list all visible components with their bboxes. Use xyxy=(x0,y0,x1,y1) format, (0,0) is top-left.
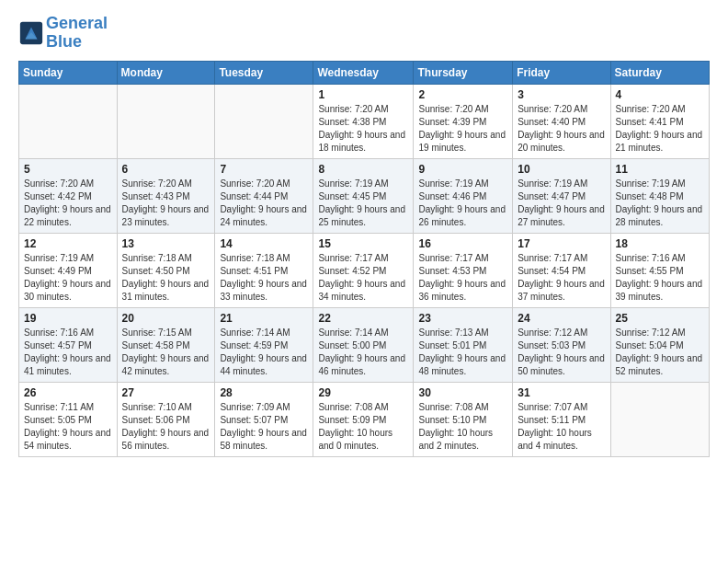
day-number: 5 xyxy=(24,163,112,176)
day-cell: 17Sunrise: 7:17 AM Sunset: 4:54 PM Dayli… xyxy=(513,233,610,307)
day-cell: 26Sunrise: 7:11 AM Sunset: 5:05 PM Dayli… xyxy=(19,382,118,456)
day-number: 31 xyxy=(518,386,605,399)
day-cell: 4Sunrise: 7:20 AM Sunset: 4:41 PM Daylig… xyxy=(610,84,709,158)
day-number: 2 xyxy=(418,88,507,101)
weekday-header-wednesday: Wednesday xyxy=(313,61,414,84)
week-row-4: 19Sunrise: 7:16 AM Sunset: 4:57 PM Dayli… xyxy=(19,307,710,382)
day-number: 25 xyxy=(616,312,704,325)
week-row-3: 12Sunrise: 7:19 AM Sunset: 4:49 PM Dayli… xyxy=(19,233,710,307)
day-info: Sunrise: 7:10 AM Sunset: 5:06 PM Dayligh… xyxy=(122,401,210,453)
day-info: Sunrise: 7:19 AM Sunset: 4:49 PM Dayligh… xyxy=(24,252,112,304)
week-row-1: 1Sunrise: 7:20 AM Sunset: 4:38 PM Daylig… xyxy=(19,84,710,158)
day-info: Sunrise: 7:07 AM Sunset: 5:11 PM Dayligh… xyxy=(518,401,605,453)
week-row-5: 26Sunrise: 7:11 AM Sunset: 5:05 PM Dayli… xyxy=(19,382,710,456)
day-cell: 31Sunrise: 7:07 AM Sunset: 5:11 PM Dayli… xyxy=(513,382,610,456)
day-cell: 2Sunrise: 7:20 AM Sunset: 4:39 PM Daylig… xyxy=(414,84,513,158)
day-cell: 23Sunrise: 7:13 AM Sunset: 5:01 PM Dayli… xyxy=(414,307,513,382)
day-cell: 27Sunrise: 7:10 AM Sunset: 5:06 PM Dayli… xyxy=(117,382,215,456)
day-info: Sunrise: 7:16 AM Sunset: 4:55 PM Dayligh… xyxy=(616,252,704,304)
day-cell xyxy=(610,382,709,456)
day-info: Sunrise: 7:13 AM Sunset: 5:01 PM Dayligh… xyxy=(418,327,507,378)
day-cell: 24Sunrise: 7:12 AM Sunset: 5:03 PM Dayli… xyxy=(513,307,610,382)
day-cell: 9Sunrise: 7:19 AM Sunset: 4:46 PM Daylig… xyxy=(414,158,513,233)
weekday-header-friday: Friday xyxy=(513,61,610,84)
weekday-header-thursday: Thursday xyxy=(414,61,513,84)
day-info: Sunrise: 7:20 AM Sunset: 4:44 PM Dayligh… xyxy=(220,178,308,229)
day-number: 21 xyxy=(220,312,308,325)
day-number: 7 xyxy=(220,163,308,176)
day-info: Sunrise: 7:18 AM Sunset: 4:50 PM Dayligh… xyxy=(122,252,210,304)
day-cell: 29Sunrise: 7:08 AM Sunset: 5:09 PM Dayli… xyxy=(313,382,414,456)
day-info: Sunrise: 7:19 AM Sunset: 4:48 PM Dayligh… xyxy=(616,178,704,229)
day-number: 27 xyxy=(122,386,210,399)
day-cell xyxy=(117,84,215,158)
day-cell: 6Sunrise: 7:20 AM Sunset: 4:43 PM Daylig… xyxy=(117,158,215,233)
day-cell: 12Sunrise: 7:19 AM Sunset: 4:49 PM Dayli… xyxy=(19,233,118,307)
day-cell: 15Sunrise: 7:17 AM Sunset: 4:52 PM Dayli… xyxy=(313,233,414,307)
day-number: 26 xyxy=(24,386,112,399)
day-cell: 20Sunrise: 7:15 AM Sunset: 4:58 PM Dayli… xyxy=(117,307,215,382)
day-info: Sunrise: 7:20 AM Sunset: 4:42 PM Dayligh… xyxy=(24,178,112,229)
day-info: Sunrise: 7:14 AM Sunset: 4:59 PM Dayligh… xyxy=(220,327,308,378)
day-cell: 5Sunrise: 7:20 AM Sunset: 4:42 PM Daylig… xyxy=(19,158,118,233)
day-number: 10 xyxy=(518,163,605,176)
day-number: 3 xyxy=(518,88,605,101)
day-number: 6 xyxy=(122,163,210,176)
day-cell: 3Sunrise: 7:20 AM Sunset: 4:40 PM Daylig… xyxy=(513,84,610,158)
weekday-header-row: SundayMondayTuesdayWednesdayThursdayFrid… xyxy=(19,61,710,84)
day-cell: 13Sunrise: 7:18 AM Sunset: 4:50 PM Dayli… xyxy=(117,233,215,307)
day-cell: 25Sunrise: 7:12 AM Sunset: 5:04 PM Dayli… xyxy=(610,307,709,382)
day-cell xyxy=(215,84,313,158)
day-cell: 18Sunrise: 7:16 AM Sunset: 4:55 PM Dayli… xyxy=(610,233,709,307)
day-cell xyxy=(19,84,118,158)
day-cell: 19Sunrise: 7:16 AM Sunset: 4:57 PM Dayli… xyxy=(19,307,118,382)
day-info: Sunrise: 7:19 AM Sunset: 4:47 PM Dayligh… xyxy=(518,178,605,229)
logo-blue: Blue xyxy=(46,32,82,51)
day-info: Sunrise: 7:15 AM Sunset: 4:58 PM Dayligh… xyxy=(122,327,210,378)
day-info: Sunrise: 7:08 AM Sunset: 5:10 PM Dayligh… xyxy=(418,401,507,453)
day-cell: 8Sunrise: 7:19 AM Sunset: 4:45 PM Daylig… xyxy=(313,158,414,233)
day-info: Sunrise: 7:20 AM Sunset: 4:43 PM Dayligh… xyxy=(122,178,210,229)
day-info: Sunrise: 7:11 AM Sunset: 5:05 PM Dayligh… xyxy=(24,401,112,453)
day-number: 8 xyxy=(318,163,408,176)
day-number: 11 xyxy=(616,163,704,176)
day-number: 19 xyxy=(24,312,112,325)
page: General Blue SundayMondayTuesdayWednesda… xyxy=(0,0,728,563)
logo-text: General Blue xyxy=(46,15,108,52)
day-cell: 1Sunrise: 7:20 AM Sunset: 4:38 PM Daylig… xyxy=(313,84,414,158)
day-info: Sunrise: 7:09 AM Sunset: 5:07 PM Dayligh… xyxy=(220,401,308,453)
day-number: 15 xyxy=(318,237,408,250)
day-info: Sunrise: 7:14 AM Sunset: 5:00 PM Dayligh… xyxy=(318,327,408,378)
day-number: 29 xyxy=(318,386,408,399)
weekday-header-saturday: Saturday xyxy=(610,61,709,84)
day-number: 13 xyxy=(122,237,210,250)
day-info: Sunrise: 7:17 AM Sunset: 4:54 PM Dayligh… xyxy=(518,252,605,304)
day-info: Sunrise: 7:16 AM Sunset: 4:57 PM Dayligh… xyxy=(24,327,112,378)
day-cell: 11Sunrise: 7:19 AM Sunset: 4:48 PM Dayli… xyxy=(610,158,709,233)
day-cell: 7Sunrise: 7:20 AM Sunset: 4:44 PM Daylig… xyxy=(215,158,313,233)
day-cell: 10Sunrise: 7:19 AM Sunset: 4:47 PM Dayli… xyxy=(513,158,610,233)
header: General Blue xyxy=(18,15,710,52)
day-cell: 22Sunrise: 7:14 AM Sunset: 5:00 PM Dayli… xyxy=(313,307,414,382)
day-number: 30 xyxy=(418,386,507,399)
day-number: 16 xyxy=(418,237,507,250)
day-number: 24 xyxy=(518,312,605,325)
day-info: Sunrise: 7:20 AM Sunset: 4:39 PM Dayligh… xyxy=(418,103,507,155)
day-info: Sunrise: 7:20 AM Sunset: 4:40 PM Dayligh… xyxy=(518,103,605,155)
day-cell: 30Sunrise: 7:08 AM Sunset: 5:10 PM Dayli… xyxy=(414,382,513,456)
day-number: 23 xyxy=(418,312,507,325)
day-info: Sunrise: 7:19 AM Sunset: 4:45 PM Dayligh… xyxy=(318,178,408,229)
day-cell: 16Sunrise: 7:17 AM Sunset: 4:53 PM Dayli… xyxy=(414,233,513,307)
day-number: 20 xyxy=(122,312,210,325)
day-cell: 21Sunrise: 7:14 AM Sunset: 4:59 PM Dayli… xyxy=(215,307,313,382)
calendar: SundayMondayTuesdayWednesdayThursdayFrid… xyxy=(18,61,710,457)
day-number: 4 xyxy=(616,88,704,101)
day-info: Sunrise: 7:12 AM Sunset: 5:03 PM Dayligh… xyxy=(518,327,605,378)
weekday-header-sunday: Sunday xyxy=(19,61,118,84)
day-info: Sunrise: 7:17 AM Sunset: 4:53 PM Dayligh… xyxy=(418,252,507,304)
day-info: Sunrise: 7:08 AM Sunset: 5:09 PM Dayligh… xyxy=(318,401,408,453)
day-info: Sunrise: 7:20 AM Sunset: 4:41 PM Dayligh… xyxy=(616,103,704,155)
day-info: Sunrise: 7:19 AM Sunset: 4:46 PM Dayligh… xyxy=(418,178,507,229)
day-number: 18 xyxy=(616,237,704,250)
day-number: 28 xyxy=(220,386,308,399)
